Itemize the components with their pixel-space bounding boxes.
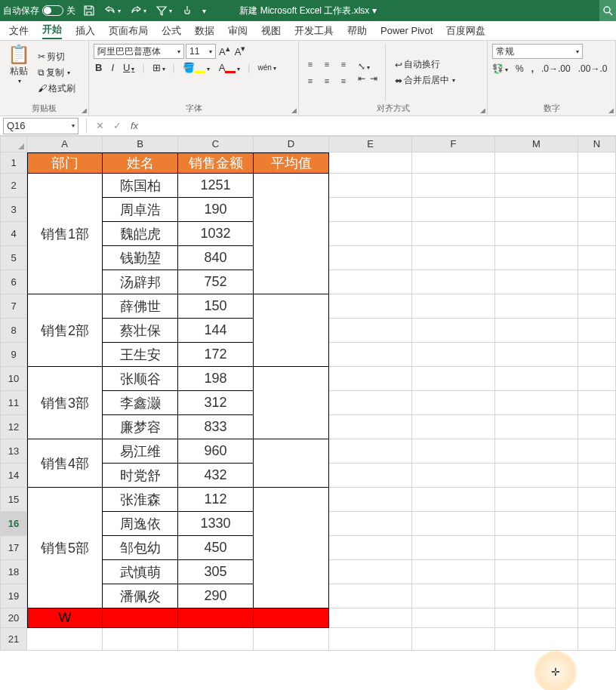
font-color-button[interactable]: A▾ — [217, 62, 242, 73]
cell[interactable] — [495, 152, 578, 174]
cell[interactable]: 312 — [178, 391, 254, 415]
cell[interactable] — [329, 319, 412, 343]
align-right-icon[interactable]: ≡ — [337, 74, 350, 88]
increase-font-icon[interactable]: A▴ — [217, 44, 232, 59]
cell[interactable]: 魏皑虎 — [103, 222, 178, 246]
cell[interactable] — [329, 174, 412, 198]
qat-more-icon[interactable]: ▾ — [202, 7, 206, 15]
cell[interactable] — [329, 270, 412, 294]
cell[interactable]: 潘佩炎 — [103, 584, 178, 608]
cell[interactable]: 陈国柏 — [103, 174, 178, 198]
align-bottom-icon[interactable]: ≡ — [337, 57, 350, 71]
row-header[interactable]: 4 — [0, 222, 27, 246]
row-header[interactable]: 6 — [0, 270, 27, 294]
cell[interactable] — [578, 391, 616, 415]
row-header[interactable]: 18 — [0, 560, 27, 584]
cell[interactable] — [412, 152, 495, 174]
decrease-indent-icon[interactable]: ⇤ — [358, 73, 365, 84]
col-header[interactable]: N — [578, 136, 616, 152]
cell[interactable] — [578, 439, 616, 464]
number-format-select[interactable]: 常规▾ — [492, 44, 583, 59]
cell[interactable] — [329, 343, 412, 367]
cell[interactable]: 1330 — [178, 512, 254, 536]
col-header[interactable]: M — [495, 136, 578, 152]
cell[interactable] — [412, 319, 495, 343]
cell[interactable] — [412, 628, 495, 651]
cell[interactable] — [329, 294, 412, 319]
font-name-select[interactable]: 阿里巴巴普惠体▾ — [94, 44, 184, 59]
cell[interactable]: 张淮森 — [103, 488, 178, 512]
cell-department[interactable]: 销售3部 — [27, 367, 103, 439]
cell[interactable] — [329, 488, 412, 512]
cell-header[interactable]: 部门 — [27, 152, 103, 174]
save-icon[interactable] — [83, 5, 95, 17]
cell[interactable] — [578, 222, 616, 246]
cell[interactable] — [495, 415, 578, 439]
cell[interactable] — [103, 608, 178, 628]
cell-average[interactable] — [254, 367, 329, 439]
cell[interactable] — [495, 222, 578, 246]
cell-header[interactable]: 姓名 — [103, 152, 178, 174]
cell[interactable] — [495, 464, 578, 488]
tab-help[interactable]: 帮助 — [347, 24, 367, 38]
cell[interactable] — [495, 560, 578, 584]
cell[interactable] — [495, 270, 578, 294]
col-header[interactable]: C — [178, 136, 254, 152]
cell[interactable] — [578, 536, 616, 560]
cell[interactable] — [412, 608, 495, 628]
cell[interactable] — [178, 608, 254, 628]
cell-department[interactable]: 销售5部 — [27, 488, 103, 608]
row-header[interactable]: 1 — [0, 152, 27, 174]
cut-button[interactable]: ✂剪切 — [36, 50, 77, 64]
row-header[interactable]: 8 — [0, 319, 27, 343]
cell[interactable] — [412, 198, 495, 222]
dialog-launcher-icon[interactable]: ◢ — [82, 106, 87, 114]
cell[interactable]: 150 — [178, 294, 254, 319]
phonetic-button[interactable]: wén▾ — [256, 63, 277, 72]
cell[interactable]: 薛佛世 — [103, 294, 178, 319]
cell[interactable]: 752 — [178, 270, 254, 294]
cell[interactable] — [578, 152, 616, 174]
cell[interactable] — [495, 294, 578, 319]
format-painter-button[interactable]: 🖌格式刷 — [36, 82, 77, 96]
paste-button[interactable]: 📋 粘贴 ▾ — [5, 44, 33, 101]
cell[interactable] — [495, 608, 578, 628]
percent-button[interactable]: % — [516, 63, 524, 74]
tab-pagelayout[interactable]: 页面布局 — [109, 24, 148, 38]
cell-average[interactable] — [254, 488, 329, 608]
cell[interactable]: 190 — [178, 198, 254, 222]
cell[interactable] — [412, 488, 495, 512]
cell[interactable] — [495, 391, 578, 415]
cell[interactable]: 李鑫灏 — [103, 391, 178, 415]
cell[interactable] — [329, 512, 412, 536]
cell[interactable] — [27, 628, 103, 651]
cell-average[interactable] — [254, 294, 329, 367]
cell[interactable] — [495, 512, 578, 536]
row-header[interactable]: 12 — [0, 415, 27, 439]
cell[interactable] — [495, 628, 578, 651]
tab-insert[interactable]: 插入 — [75, 24, 95, 38]
row-header[interactable]: 16 — [0, 512, 27, 536]
cell[interactable] — [329, 536, 412, 560]
cell[interactable]: 172 — [178, 343, 254, 367]
cell[interactable] — [578, 560, 616, 584]
undo-icon[interactable]: ▾ — [104, 5, 121, 17]
row-header[interactable]: 5 — [0, 246, 27, 270]
fill-color-button[interactable]: 🪣▾ — [181, 62, 211, 73]
increase-decimal-icon[interactable]: .0→.00 — [541, 63, 571, 74]
cell-average[interactable] — [254, 174, 329, 294]
col-header[interactable]: E — [329, 136, 412, 152]
cell[interactable] — [495, 319, 578, 343]
cell[interactable] — [578, 628, 616, 651]
cell[interactable] — [412, 391, 495, 415]
row-header[interactable]: 10 — [0, 367, 27, 391]
cell[interactable]: W — [27, 608, 103, 628]
cell[interactable] — [412, 584, 495, 608]
cell[interactable] — [329, 367, 412, 391]
row-header[interactable]: 19 — [0, 584, 27, 608]
cell[interactable] — [412, 560, 495, 584]
fx-icon[interactable]: fx — [131, 120, 138, 131]
cell[interactable]: 周卓浩 — [103, 198, 178, 222]
accept-formula-icon[interactable]: ✓ — [113, 120, 122, 131]
cell[interactable]: 王生安 — [103, 343, 178, 367]
